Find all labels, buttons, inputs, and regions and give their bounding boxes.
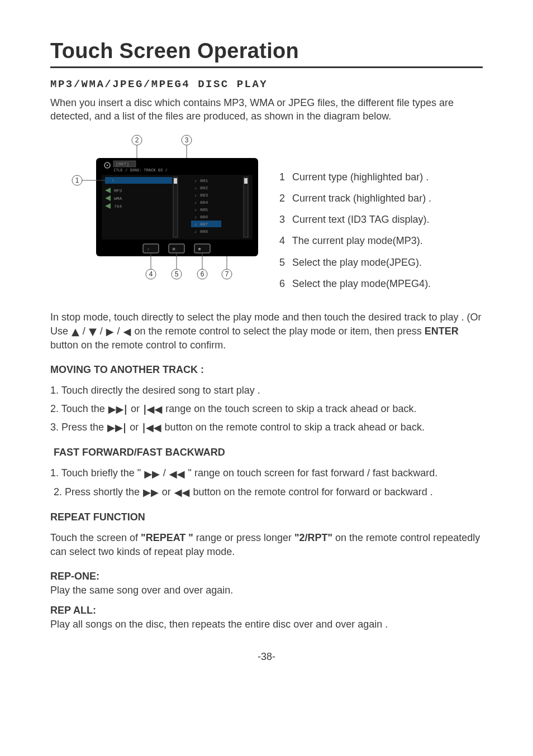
enter-button-label: ENTER (425, 326, 459, 337)
svg-rect-39 (169, 244, 184, 253)
callout-1-label: 1 (75, 176, 79, 184)
svg-text:♪: ♪ (194, 222, 197, 227)
arrow-left-icon: ◀ (123, 325, 132, 338)
root-label: \ (112, 178, 115, 183)
page-title: Touch Screen Operation (50, 39, 483, 63)
legend-item: 3 Current text (ID3 TAG display). (279, 213, 483, 226)
folder-label: [007] (116, 161, 129, 166)
svg-text:♪: ♪ (147, 247, 149, 251)
next-track-icon: ▶▶| (107, 421, 127, 434)
svg-text:♪: ♪ (194, 186, 197, 190)
section-heading: MP3/WMA/JPEG/MPEG4 DISC PLAY (50, 78, 483, 90)
svg-text:WMA: WMA (114, 196, 122, 201)
rep-all-text: Play all songs on the disc, then repeats… (50, 618, 483, 631)
rewind-icon: ◀◀ (169, 467, 185, 481)
svg-rect-41 (194, 244, 210, 253)
arrow-right-icon: ▶ (106, 325, 115, 338)
arrow-up-icon: ▲ (71, 325, 80, 338)
diagram-legend: 1 Current type (highlighted bar) . 2 Cur… (279, 131, 483, 299)
svg-text:♪: ♪ (194, 229, 197, 234)
callout-4-label: 4 (149, 270, 153, 278)
callout-6-label: 6 (201, 270, 204, 278)
svg-text:784: 784 (114, 204, 122, 209)
next-track-icon: ▶▶| (108, 403, 128, 416)
fast-forward-icon: ▶▶ (142, 486, 159, 499)
screen-diagram: 2 3 [007] ITLE / SONG: TRACK 03 / (50, 131, 279, 295)
rep-one-heading: REP-ONE: (50, 571, 483, 582)
ff-step-1: 1. Touch briefly the " ▶▶ / ◀◀ " range o… (50, 466, 483, 480)
svg-rect-36 (244, 178, 248, 184)
title-divider (50, 66, 483, 68)
svg-text:005: 005 (200, 207, 208, 212)
svg-text:004: 004 (200, 200, 208, 205)
svg-text:003: 003 (200, 193, 208, 198)
fast-forward-icon: ▶▶ (144, 467, 160, 481)
svg-text:♪: ♪ (194, 179, 197, 183)
svg-text:♪: ♪ (194, 215, 197, 219)
svg-rect-37 (143, 244, 159, 253)
moving-step-1: 1. Touch directly the desired song to st… (50, 384, 483, 397)
callout-2-label: 2 (135, 136, 139, 144)
svg-rect-16 (173, 177, 178, 237)
svg-text:♪: ♪ (194, 200, 197, 205)
rep-one-text: Play the same song over and over again. (50, 583, 483, 597)
svg-rect-17 (174, 178, 177, 184)
repeat-paragraph: Touch the screen of "REPEAT " range or p… (50, 531, 483, 558)
ff-heading: FAST FORWARD/FAST BACKWARD (50, 447, 483, 458)
svg-text:001: 001 (200, 178, 208, 183)
svg-text:♪: ♪ (194, 193, 197, 198)
svg-point-6 (107, 164, 108, 165)
svg-text:MP3: MP3 (114, 188, 122, 193)
legend-item: 6 Select the play mode(MPEG4). (279, 277, 483, 290)
legend-item: 5 Select the play mode(JPEG). (279, 256, 483, 269)
stop-mode-paragraph: In stop mode, touch directly to select t… (50, 310, 483, 352)
svg-rect-35 (244, 177, 248, 237)
svg-rect-9 (105, 177, 172, 184)
prev-track-icon: |◀◀ (141, 421, 161, 434)
callout-3-label: 3 (185, 136, 189, 144)
prev-track-icon: |◀◀ (142, 403, 163, 416)
legend-item: 1 Current type (highlighted bar) . (279, 170, 483, 184)
arrow-down-icon: ▼ (88, 325, 97, 338)
svg-text:008: 008 (200, 229, 208, 234)
rewind-icon: ◀◀ (174, 486, 191, 499)
svg-text:007: 007 (200, 222, 208, 227)
svg-text:♪: ♪ (194, 208, 197, 212)
legend-item: 4 The current play mode(MP3). (279, 234, 483, 247)
repeat-heading: REPEAT FUNCTION (50, 511, 483, 523)
moving-step-3: 3. Press the ▶▶| or |◀◀ button on the re… (50, 420, 483, 434)
svg-text:006: 006 (200, 214, 208, 219)
callout-7-label: 7 (225, 270, 229, 278)
page-number: -38- (50, 651, 483, 663)
rep-all-heading: REP ALL: (50, 605, 483, 616)
callout-5-label: 5 (175, 270, 179, 278)
track-header: ITLE / SONG: TRACK 03 / (113, 168, 168, 173)
ff-step-2: 2. Press shortly the ▶▶ or ◀◀ button on … (50, 485, 483, 499)
intro-paragraph: When you insert a disc which contains MP… (50, 96, 483, 123)
svg-text:002: 002 (200, 185, 208, 190)
moving-step-2: 2. Touch the ▶▶| or |◀◀ range on the tou… (50, 402, 483, 416)
legend-item: 2 Current track (highlighted bar) . (279, 192, 483, 205)
moving-heading: MOVING TO ANOTHER TRACK : (50, 364, 483, 376)
